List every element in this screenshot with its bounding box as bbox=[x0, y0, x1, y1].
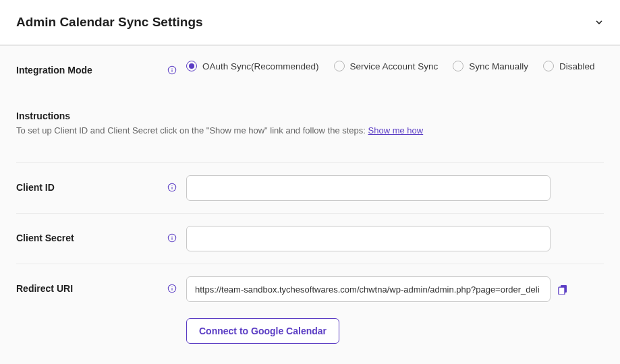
svg-point-11 bbox=[171, 286, 172, 287]
instructions-block: Instructions To set up Client ID and Cli… bbox=[16, 90, 604, 162]
client-id-row: Client ID bbox=[16, 162, 604, 213]
integration-mode-label: Integration Mode bbox=[16, 65, 92, 75]
info-icon[interactable] bbox=[167, 233, 177, 243]
instructions-prefix: To set up Client ID and Client Secret cl… bbox=[16, 125, 368, 135]
radio-label: Sync Manually bbox=[469, 61, 528, 71]
radio-service-account-sync[interactable]: Service Account Sync bbox=[334, 61, 439, 71]
client-id-input[interactable] bbox=[186, 175, 551, 201]
svg-rect-13 bbox=[559, 287, 565, 295]
svg-point-8 bbox=[171, 236, 172, 237]
radio-label: OAuth Sync(Recommended) bbox=[202, 61, 319, 71]
show-me-how-link[interactable]: Show me how bbox=[368, 125, 424, 135]
svg-point-5 bbox=[171, 185, 172, 186]
redirect-uri-label: Redirect URI bbox=[16, 283, 73, 294]
settings-header: Admin Calendar Sync Settings bbox=[0, 0, 620, 45]
client-id-label: Client ID bbox=[16, 182, 55, 193]
page-title: Admin Calendar Sync Settings bbox=[16, 15, 203, 30]
radio-icon bbox=[186, 61, 197, 71]
info-icon[interactable] bbox=[167, 65, 177, 75]
radio-disabled[interactable]: Disabled bbox=[543, 61, 595, 71]
instructions-title: Instructions bbox=[16, 111, 604, 121]
radio-label: Service Account Sync bbox=[350, 61, 439, 71]
redirect-uri-row: Redirect URI Connect to Google Calendar bbox=[16, 264, 604, 356]
svg-point-2 bbox=[171, 68, 172, 69]
info-icon[interactable] bbox=[167, 284, 177, 293]
redirect-uri-input[interactable] bbox=[186, 276, 551, 302]
radio-icon bbox=[334, 61, 345, 71]
info-icon[interactable] bbox=[167, 183, 177, 192]
client-secret-row: Client Secret bbox=[16, 213, 604, 264]
integration-mode-row: Integration Mode OAuth Sync(Recommended)… bbox=[16, 46, 604, 90]
integration-mode-radio-group: OAuth Sync(Recommended) Service Account … bbox=[186, 61, 594, 71]
radio-icon bbox=[543, 61, 554, 71]
copy-icon[interactable] bbox=[557, 284, 568, 295]
client-secret-input[interactable] bbox=[186, 226, 551, 251]
radio-oauth-sync[interactable]: OAuth Sync(Recommended) bbox=[186, 61, 319, 71]
chevron-down-icon[interactable] bbox=[594, 18, 604, 27]
radio-sync-manually[interactable]: Sync Manually bbox=[453, 61, 528, 71]
radio-label: Disabled bbox=[559, 61, 595, 71]
connect-google-calendar-button[interactable]: Connect to Google Calendar bbox=[186, 318, 339, 344]
radio-icon bbox=[453, 61, 463, 71]
instructions-text: To set up Client ID and Client Secret cl… bbox=[16, 125, 604, 135]
client-secret-label: Client Secret bbox=[16, 233, 74, 243]
